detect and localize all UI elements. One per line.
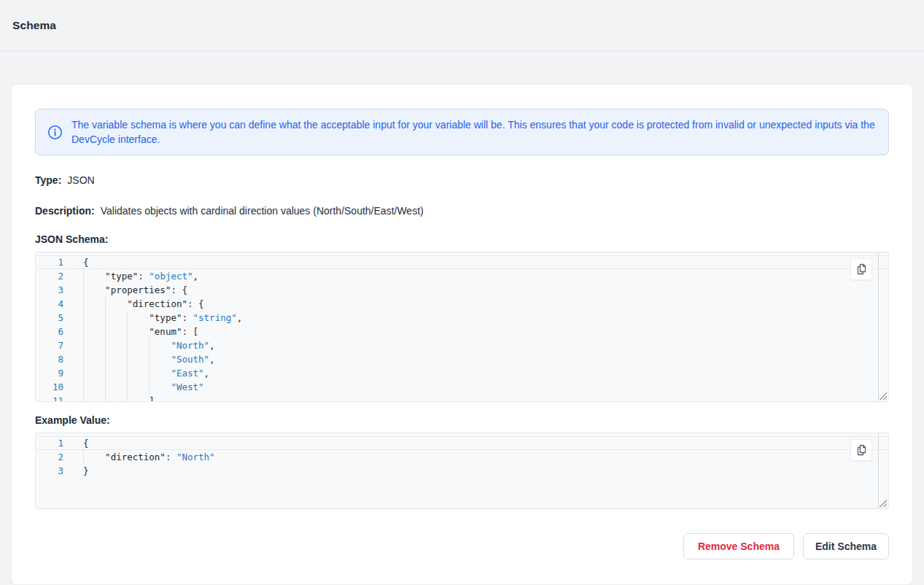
code-line: 11 ]	[36, 394, 888, 402]
alert-text: The variable schema is where you can def…	[71, 117, 877, 147]
copy-button[interactable]	[850, 439, 872, 461]
indent-guide	[105, 380, 106, 394]
code-line: 3}	[36, 464, 888, 478]
description-label: Description:	[35, 205, 95, 217]
copy-icon	[855, 263, 867, 275]
code-text: ]	[63, 395, 155, 402]
code-text: {	[63, 257, 89, 268]
copy-button[interactable]	[850, 258, 872, 280]
indent-guide	[127, 394, 128, 402]
line-number: 10	[36, 380, 63, 394]
line-number: 11	[36, 394, 63, 402]
code-text: {	[63, 438, 89, 449]
code-line: 1{	[36, 255, 888, 269]
line-number: 1	[36, 436, 63, 450]
line-number: 6	[36, 325, 63, 338]
indent-guide	[83, 394, 84, 402]
copy-icon	[855, 444, 867, 456]
code-line: 8 "South",	[36, 352, 888, 366]
indent-guide	[105, 311, 106, 325]
indent-guide	[105, 297, 106, 311]
code-text: "properties": {	[63, 284, 187, 295]
line-number: 4	[36, 297, 63, 311]
code-line: 9 "East",	[36, 366, 888, 380]
code-text: "North",	[63, 340, 215, 351]
indent-guide	[83, 269, 84, 283]
indent-guide	[83, 380, 84, 394]
page-header: Schema	[0, 0, 924, 51]
indent-guide	[83, 283, 84, 297]
edit-schema-button[interactable]: Edit Schema	[803, 533, 889, 559]
footer-button-row: Remove Schema Edit Schema	[35, 533, 889, 559]
code-line: 5 "type": "string",	[36, 311, 888, 325]
indent-guide	[127, 352, 128, 366]
line-number: 1	[36, 255, 63, 269]
line-number: 3	[36, 464, 63, 478]
indent-guide	[149, 366, 150, 380]
code-text: "type": "string",	[63, 312, 242, 323]
indent-guide	[149, 380, 150, 394]
code-line: 10 "West"	[36, 380, 888, 394]
editor-scrollbar[interactable]	[878, 252, 879, 401]
line-number: 2	[36, 450, 63, 464]
indent-guide	[127, 380, 128, 394]
indent-guide	[83, 366, 84, 380]
code-line: 2 "type": "object",	[36, 269, 888, 283]
code-line: 4 "direction": {	[36, 297, 888, 311]
indent-guide	[83, 450, 84, 464]
remove-schema-button[interactable]: Remove Schema	[683, 533, 794, 559]
resize-handle[interactable]	[879, 499, 887, 507]
json-schema-label: JSON Schema:	[35, 233, 889, 245]
indent-guide	[83, 338, 84, 352]
indent-guide	[149, 338, 150, 352]
indent-guide	[105, 352, 106, 366]
code-text: "West"	[63, 381, 204, 392]
indent-guide	[105, 366, 106, 380]
type-label: Type:	[35, 174, 61, 186]
page-title: Schema	[12, 19, 56, 32]
indent-guide	[149, 352, 150, 366]
line-number: 3	[36, 283, 63, 297]
code-text: "direction": {	[63, 298, 204, 309]
example-value-label: Example Value:	[35, 414, 889, 426]
schema-card: The variable schema is where you can def…	[11, 84, 913, 585]
info-alert: The variable schema is where you can def…	[35, 109, 889, 155]
code-text: "South",	[63, 354, 215, 365]
code-text: "direction": "North"	[63, 452, 215, 462]
description-row: Description:Validates objects with cardi…	[35, 205, 889, 217]
code-line: 7 "North",	[36, 338, 888, 352]
type-value: JSON	[67, 174, 94, 186]
line-number: 2	[36, 269, 63, 283]
line-number: 8	[36, 352, 63, 366]
code-line: 1{	[36, 436, 888, 450]
line-number: 7	[36, 338, 63, 352]
indent-guide	[127, 366, 128, 380]
indent-guide	[83, 297, 84, 311]
indent-guide	[127, 338, 128, 352]
indent-guide	[83, 325, 84, 338]
json-schema-editor[interactable]: 1{2 "type": "object",3 "properties": {4 …	[35, 252, 889, 402]
code-text: "East",	[63, 368, 209, 379]
code-text: }	[63, 465, 89, 476]
indent-guide	[105, 394, 106, 402]
indent-guide	[127, 311, 128, 325]
info-icon	[47, 125, 63, 140]
type-row: Type:JSON	[35, 174, 889, 186]
code-line: 6 "enum": [	[36, 325, 888, 338]
description-value: Validates objects with cardinal directio…	[101, 205, 424, 217]
line-number: 9	[36, 366, 63, 380]
indent-guide	[105, 325, 106, 338]
line-number: 5	[36, 311, 63, 325]
indent-guide	[105, 338, 106, 352]
indent-guide	[83, 352, 84, 366]
code-line: 2 "direction": "North"	[36, 450, 888, 464]
editor-scrollbar[interactable]	[878, 433, 879, 508]
indent-guide	[83, 311, 84, 325]
code-line: 3 "properties": {	[36, 283, 888, 297]
indent-guide	[127, 325, 128, 338]
example-value-editor[interactable]: 1{2 "direction": "North"3}	[35, 433, 889, 509]
